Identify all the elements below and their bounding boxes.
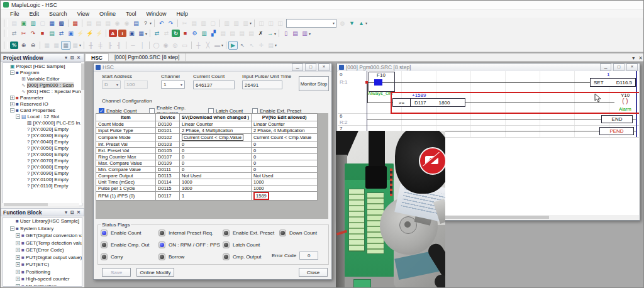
tree-item-xy-0100-empty[interactable]: ?[XY:0100] Empty: [3, 176, 82, 182]
cell-device[interactable]: D0102: [156, 134, 180, 141]
cell-device[interactable]: D0107: [156, 154, 180, 160]
swap-io-icon[interactable]: ⇄: [9, 29, 19, 38]
collapse-icon[interactable]: −: [10, 226, 14, 231]
tree-item-reserved-io[interactable]: +■Reserved IO: [3, 101, 82, 107]
expand-icon[interactable]: +: [16, 284, 20, 287]
properties-icon[interactable]: ▣: [127, 29, 136, 38]
tree-item-xy-0020-empty[interactable]: ?[XY:0020] Empty: [3, 126, 82, 132]
tree-item-000-pgm000-scan[interactable]: ∿[000] Pgm000 : Scan: [3, 82, 82, 88]
set-instruction-block[interactable]: SETD116.5: [590, 78, 636, 87]
cpu-module-icon[interactable]: ▦: [136, 29, 146, 38]
expand-icon[interactable]: +: [10, 96, 14, 100]
tree-item-xy-0110-empty[interactable]: ?[XY:0110] Empty: [3, 182, 82, 189]
jump-icon[interactable]: →: [265, 29, 275, 38]
cell-sv[interactable]: 0: [180, 141, 252, 148]
tree-item-card-properties[interactable]: −■Card Properties: [3, 107, 82, 113]
next-view-icon[interactable]: ◉: [122, 19, 131, 28]
cell-sv[interactable]: 0: [180, 160, 252, 167]
select-mode-icon[interactable]: ↖: [247, 41, 257, 50]
cell-sv[interactable]: 0: [180, 148, 252, 154]
doc3-icon[interactable]: ▤: [237, 29, 247, 38]
channel-select[interactable]: 1▾: [161, 80, 185, 89]
replace-icon[interactable]: ▥: [231, 19, 241, 28]
delete-line-icon[interactable]: ╳: [203, 41, 213, 50]
cell-item[interactable]: Compare Mode: [96, 134, 156, 141]
notebook-icon[interactable]: ▥: [199, 29, 209, 38]
save-icon[interactable]: ▦: [47, 19, 57, 28]
project-tree-vscrollbar[interactable]: [81, 62, 84, 203]
cell-device[interactable]: D0105: [156, 148, 180, 154]
tree-item-put-digital-output-value[interactable]: +■PUT(Digital output value): [3, 254, 82, 262]
cut-icon[interactable]: ✂: [180, 19, 189, 28]
tree-item-get-error-code[interactable]: +■GET(Error Code): [3, 246, 82, 254]
info-log-icon[interactable]: i: [118, 30, 126, 37]
purge-icon[interactable]: ▯: [281, 29, 291, 38]
function-block-icon[interactable]: ▭: [180, 41, 189, 50]
cross-reference-icon[interactable]: ◫: [257, 19, 266, 28]
save-all-icon[interactable]: ▩: [57, 19, 66, 28]
save-project-icon[interactable]: ▥: [28, 19, 38, 28]
tree-item-xy-0030-empty[interactable]: ?[XY:0030] Empty: [3, 132, 82, 138]
menu-tool[interactable]: Tool: [121, 11, 141, 17]
sync-online-icon[interactable]: ↻: [172, 30, 180, 37]
contact-rise-icon[interactable]: ╟: [105, 41, 114, 50]
cell-item[interactable]: Unit Time (mSec): [96, 179, 156, 186]
merge-icon[interactable]: ▤: [103, 19, 113, 28]
prev-view-icon[interactable]: ◉: [113, 19, 122, 28]
tab-list-dropdown-icon[interactable]: ▾: [630, 55, 636, 61]
cell-device[interactable]: D0103: [156, 141, 180, 148]
stop-plc-icon[interactable]: ■: [180, 29, 190, 38]
cell-sv[interactable]: 0: [180, 167, 252, 173]
find-icon[interactable]: ▥: [222, 19, 231, 28]
save-button[interactable]: Save: [102, 268, 131, 277]
panel-close-icon[interactable]: ✕: [75, 55, 82, 60]
run-pause-icon[interactable]: ⚡: [94, 29, 104, 38]
cell-device[interactable]: D0101: [156, 128, 180, 134]
tree-item-xy-0000-plc-es-in[interactable]: ▥[XY:0000] PLC-ES In.: [3, 119, 82, 126]
tab-hsc[interactable]: HSC: [85, 53, 109, 61]
copy-icon[interactable]: ▤: [189, 19, 199, 28]
zoom-in-icon[interactable]: ⊕: [19, 41, 28, 50]
upload-icon[interactable]: ▲: [357, 19, 366, 28]
grid-view3-icon[interactable]: ▦: [61, 41, 70, 50]
tree-item-xy-0040-empty[interactable]: ?[XY:0040] Empty: [3, 138, 82, 145]
tree-item-parameter[interactable]: +■Parameter: [3, 94, 82, 101]
cell-device[interactable]: D0111: [156, 167, 180, 173]
menu-search[interactable]: Search: [45, 11, 72, 17]
zoom-out-icon[interactable]: ⊖: [28, 41, 38, 50]
contact-no-icon[interactable]: ╫: [86, 41, 96, 50]
expand-icon[interactable]: +: [16, 262, 20, 267]
tree-item-positioning[interactable]: +■Positioning: [3, 269, 82, 276]
redo-icon[interactable]: ↷: [166, 19, 175, 28]
end-instruction[interactable]: END: [601, 115, 633, 123]
transfer-icon[interactable]: ⇄: [57, 29, 66, 38]
cell-sv[interactable]: 1000: [180, 179, 252, 186]
start-address-device-select[interactable]: D▾: [102, 80, 121, 89]
cell-device[interactable]: D0117: [156, 192, 180, 201]
new-file-icon[interactable]: ▤: [9, 19, 19, 28]
current-count-value[interactable]: 646137: [193, 80, 235, 89]
tree-item-xy-0090-empty[interactable]: ?[XY:0090] Empty: [3, 170, 82, 176]
used-device-icon[interactable]: ◫: [275, 19, 285, 28]
cell-item[interactable]: RPM (1) /PPS (0): [96, 192, 156, 201]
doc2-icon[interactable]: ▤: [228, 29, 237, 38]
cell-item[interactable]: Int. Preset Val: [96, 141, 156, 148]
rebuild-icon[interactable]: ↷: [28, 29, 38, 38]
cell-item[interactable]: Input Pulse Type: [96, 128, 156, 134]
coil-set-icon[interactable]: ◉: [161, 41, 170, 50]
tree-item-variable-editor[interactable]: ⊞Variable Editor: [3, 75, 82, 82]
close-icon[interactable]: ✕: [318, 64, 330, 71]
module-config-icon[interactable]: ■: [38, 29, 47, 38]
tree-item-program[interactable]: −■Program: [3, 69, 82, 75]
menu-help[interactable]: Help: [172, 11, 192, 17]
trend-chart-icon[interactable]: ▞: [209, 29, 218, 38]
device-search-combo[interactable]: ▾: [286, 19, 336, 28]
insert-row-icon[interactable]: ▬: [213, 41, 222, 50]
collapse-icon[interactable]: −: [10, 108, 14, 113]
cell-item[interactable]: Min. Compare Value: [96, 167, 156, 173]
contact-fall-icon[interactable]: ╢: [114, 41, 124, 50]
cell-sv[interactable]: 1000: [180, 186, 252, 192]
monitor-stop-button[interactable]: Monitor Stop: [299, 76, 329, 91]
doc-copy-icon[interactable]: ▤: [47, 29, 57, 38]
branch-icon[interactable]: ┼: [194, 41, 203, 50]
